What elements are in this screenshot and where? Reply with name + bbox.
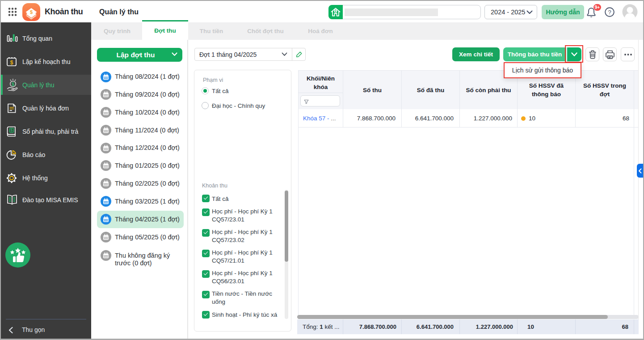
svg-text:$: $ [30, 9, 33, 15]
svg-text:$: $ [10, 128, 13, 132]
svg-text:?: ? [608, 9, 611, 16]
svg-text:$: $ [10, 60, 13, 66]
svg-text:$: $ [12, 81, 14, 86]
